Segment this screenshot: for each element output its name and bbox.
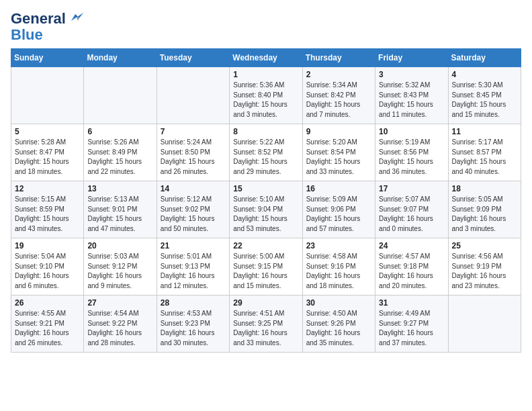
cell-content: Sunrise: 4:55 AM Sunset: 9:21 PM Dayligh… [15, 309, 80, 348]
day-number: 10 [379, 127, 444, 136]
calendar-cell [11, 67, 84, 124]
day-number: 22 [233, 241, 298, 250]
calendar-week-row: 12Sunrise: 5:15 AM Sunset: 8:59 PM Dayli… [11, 181, 521, 238]
calendar-cell: 27Sunrise: 4:54 AM Sunset: 9:22 PM Dayli… [84, 295, 157, 353]
cell-content: Sunrise: 5:05 AM Sunset: 9:09 PM Dayligh… [452, 195, 517, 234]
day-number: 21 [161, 241, 226, 250]
logo: General Blue [11, 11, 83, 43]
day-number: 20 [87, 241, 152, 250]
day-number: 6 [87, 127, 152, 136]
calendar-cell: 18Sunrise: 5:05 AM Sunset: 9:09 PM Dayli… [448, 181, 521, 238]
calendar-cell [448, 295, 521, 353]
calendar-cell: 14Sunrise: 5:12 AM Sunset: 9:02 PM Dayli… [157, 181, 229, 238]
day-number: 18 [452, 184, 517, 193]
day-number: 29 [233, 298, 298, 308]
day-number: 2 [306, 70, 371, 79]
day-number: 14 [161, 184, 226, 193]
calendar-cell: 15Sunrise: 5:10 AM Sunset: 9:04 PM Dayli… [230, 181, 302, 238]
day-number: 17 [379, 184, 444, 193]
day-number: 3 [379, 70, 444, 79]
cell-content: Sunrise: 5:30 AM Sunset: 8:45 PM Dayligh… [452, 81, 517, 120]
day-number: 26 [15, 298, 80, 308]
calendar-cell: 23Sunrise: 4:58 AM Sunset: 9:16 PM Dayli… [302, 238, 375, 295]
cell-content: Sunrise: 5:20 AM Sunset: 8:54 PM Dayligh… [306, 138, 371, 177]
calendar-cell: 20Sunrise: 5:03 AM Sunset: 9:12 PM Dayli… [84, 238, 157, 295]
calendar-week-row: 5Sunrise: 5:28 AM Sunset: 8:47 PM Daylig… [11, 124, 521, 181]
calendar-cell: 30Sunrise: 4:50 AM Sunset: 9:26 PM Dayli… [302, 295, 375, 353]
calendar-cell: 29Sunrise: 4:51 AM Sunset: 9:25 PM Dayli… [230, 295, 302, 353]
calendar-cell: 28Sunrise: 4:53 AM Sunset: 9:23 PM Dayli… [157, 295, 229, 353]
cell-content: Sunrise: 4:54 AM Sunset: 9:22 PM Dayligh… [87, 309, 152, 348]
day-number: 7 [161, 127, 226, 136]
calendar-cell: 10Sunrise: 5:19 AM Sunset: 8:56 PM Dayli… [375, 124, 448, 181]
logo-blue-text: Blue [11, 27, 43, 43]
calendar-cell: 12Sunrise: 5:15 AM Sunset: 8:59 PM Dayli… [11, 181, 84, 238]
cell-content: Sunrise: 5:34 AM Sunset: 8:42 PM Dayligh… [306, 81, 371, 120]
calendar-cell: 6Sunrise: 5:26 AM Sunset: 8:49 PM Daylig… [84, 124, 157, 181]
calendar-cell: 24Sunrise: 4:57 AM Sunset: 9:18 PM Dayli… [375, 238, 448, 295]
cell-content: Sunrise: 5:36 AM Sunset: 8:40 PM Dayligh… [233, 81, 298, 120]
logo-bird-icon [69, 11, 83, 24]
day-number: 24 [379, 241, 444, 250]
calendar-cell: 19Sunrise: 5:04 AM Sunset: 9:10 PM Dayli… [11, 238, 84, 295]
day-number: 30 [306, 298, 371, 308]
cell-content: Sunrise: 5:01 AM Sunset: 9:13 PM Dayligh… [161, 252, 226, 291]
calendar-cell: 2Sunrise: 5:34 AM Sunset: 8:42 PM Daylig… [302, 67, 375, 124]
calendar-week-row: 1Sunrise: 5:36 AM Sunset: 8:40 PM Daylig… [11, 67, 521, 124]
day-number: 13 [87, 184, 152, 193]
header-thursday: Thursday [302, 49, 375, 67]
cell-content: Sunrise: 5:04 AM Sunset: 9:10 PM Dayligh… [15, 252, 80, 291]
cell-content: Sunrise: 4:57 AM Sunset: 9:18 PM Dayligh… [379, 252, 444, 291]
cell-content: Sunrise: 4:49 AM Sunset: 9:27 PM Dayligh… [379, 309, 444, 348]
day-number: 19 [15, 241, 80, 250]
header-tuesday: Tuesday [157, 49, 229, 67]
cell-content: Sunrise: 5:22 AM Sunset: 8:52 PM Dayligh… [233, 138, 298, 177]
cell-content: Sunrise: 5:09 AM Sunset: 9:06 PM Dayligh… [306, 195, 371, 234]
calendar-cell: 4Sunrise: 5:30 AM Sunset: 8:45 PM Daylig… [448, 67, 521, 124]
calendar-week-row: 26Sunrise: 4:55 AM Sunset: 9:21 PM Dayli… [11, 295, 521, 353]
page-header: General Blue [11, 11, 521, 43]
cell-content: Sunrise: 5:17 AM Sunset: 8:57 PM Dayligh… [452, 138, 517, 177]
day-number: 15 [233, 184, 298, 193]
cell-content: Sunrise: 4:58 AM Sunset: 9:16 PM Dayligh… [306, 252, 371, 291]
calendar-cell: 7Sunrise: 5:24 AM Sunset: 8:50 PM Daylig… [157, 124, 229, 181]
calendar-cell: 31Sunrise: 4:49 AM Sunset: 9:27 PM Dayli… [375, 295, 448, 353]
calendar-header-row: SundayMondayTuesdayWednesdayThursdayFrid… [11, 49, 521, 67]
cell-content: Sunrise: 5:10 AM Sunset: 9:04 PM Dayligh… [233, 195, 298, 234]
cell-content: Sunrise: 5:13 AM Sunset: 9:01 PM Dayligh… [87, 195, 152, 234]
day-number: 9 [306, 127, 371, 136]
cell-content: Sunrise: 4:53 AM Sunset: 9:23 PM Dayligh… [161, 309, 226, 348]
calendar-cell: 1Sunrise: 5:36 AM Sunset: 8:40 PM Daylig… [230, 67, 302, 124]
calendar-cell: 22Sunrise: 5:00 AM Sunset: 9:15 PM Dayli… [230, 238, 302, 295]
day-number: 4 [452, 70, 517, 79]
day-number: 11 [452, 127, 517, 136]
day-number: 8 [233, 127, 298, 136]
cell-content: Sunrise: 5:00 AM Sunset: 9:15 PM Dayligh… [233, 252, 298, 291]
calendar-cell: 11Sunrise: 5:17 AM Sunset: 8:57 PM Dayli… [448, 124, 521, 181]
cell-content: Sunrise: 4:51 AM Sunset: 9:25 PM Dayligh… [233, 309, 298, 348]
calendar-cell: 26Sunrise: 4:55 AM Sunset: 9:21 PM Dayli… [11, 295, 84, 353]
day-number: 23 [306, 241, 371, 250]
day-number: 31 [379, 298, 444, 308]
calendar-cell: 25Sunrise: 4:56 AM Sunset: 9:19 PM Dayli… [448, 238, 521, 295]
calendar-cell: 5Sunrise: 5:28 AM Sunset: 8:47 PM Daylig… [11, 124, 84, 181]
calendar-table: SundayMondayTuesdayWednesdayThursdayFrid… [11, 48, 521, 353]
cell-content: Sunrise: 4:56 AM Sunset: 9:19 PM Dayligh… [452, 252, 517, 291]
calendar-cell: 13Sunrise: 5:13 AM Sunset: 9:01 PM Dayli… [84, 181, 157, 238]
day-number: 28 [161, 298, 226, 308]
calendar-cell: 17Sunrise: 5:07 AM Sunset: 9:07 PM Dayli… [375, 181, 448, 238]
cell-content: Sunrise: 4:50 AM Sunset: 9:26 PM Dayligh… [306, 309, 371, 348]
cell-content: Sunrise: 5:12 AM Sunset: 9:02 PM Dayligh… [161, 195, 226, 234]
header-monday: Monday [84, 49, 157, 67]
cell-content: Sunrise: 5:03 AM Sunset: 9:12 PM Dayligh… [87, 252, 152, 291]
day-number: 16 [306, 184, 371, 193]
day-number: 25 [452, 241, 517, 250]
header-friday: Friday [375, 49, 448, 67]
calendar-cell [84, 67, 157, 124]
cell-content: Sunrise: 5:15 AM Sunset: 8:59 PM Dayligh… [15, 195, 80, 234]
calendar-cell: 8Sunrise: 5:22 AM Sunset: 8:52 PM Daylig… [230, 124, 302, 181]
day-number: 12 [15, 184, 80, 193]
calendar-cell [157, 67, 229, 124]
day-number: 1 [233, 70, 298, 79]
logo-general: General [11, 11, 66, 27]
